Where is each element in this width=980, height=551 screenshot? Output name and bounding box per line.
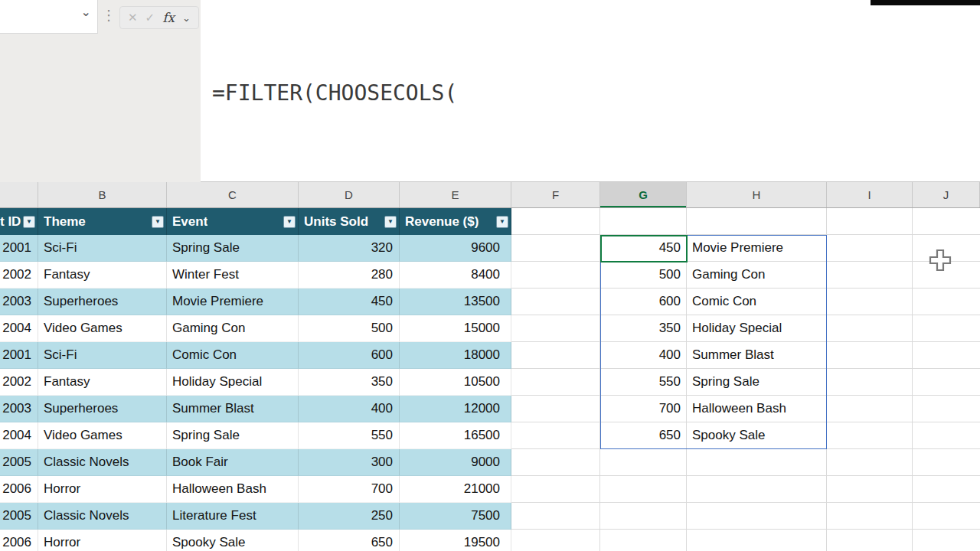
column-header-a[interactable] bbox=[0, 182, 38, 207]
cell[interactable]: Halloween Bash bbox=[687, 396, 827, 422]
cell[interactable]: Sci-Fi bbox=[38, 235, 167, 262]
cell[interactable]: Spooky Sale bbox=[687, 422, 827, 449]
cell[interactable]: Sci-Fi bbox=[38, 342, 167, 369]
cell[interactable]: 2003 bbox=[0, 289, 38, 315]
table-header-units-sold[interactable]: Units Sold ▼ bbox=[299, 208, 400, 235]
cell[interactable]: 19500 bbox=[400, 530, 511, 551]
column-header-b[interactable]: B bbox=[38, 182, 167, 207]
table-header-theme[interactable]: Theme ▼ bbox=[38, 208, 167, 235]
column-header-d[interactable]: D bbox=[299, 182, 400, 207]
column-header-e[interactable]: E bbox=[400, 182, 511, 207]
filter-button-icon[interactable]: ▼ bbox=[23, 216, 35, 228]
cell[interactable]: Gaming Con bbox=[167, 315, 299, 342]
cell[interactable]: 280 bbox=[299, 262, 400, 289]
cell[interactable]: 500 bbox=[299, 315, 400, 342]
cell[interactable]: Summer Blast bbox=[687, 342, 827, 369]
cell[interactable]: 13500 bbox=[400, 289, 511, 315]
name-box[interactable]: ⌄ bbox=[0, 0, 98, 34]
cell[interactable]: Classic Novels bbox=[38, 449, 167, 476]
cell[interactable]: 8400 bbox=[400, 262, 511, 289]
column-header-j[interactable]: J bbox=[913, 182, 980, 207]
cell[interactable]: 650 bbox=[600, 422, 687, 449]
cell[interactable]: Classic Novels bbox=[38, 503, 167, 530]
cell[interactable]: 2001 bbox=[0, 235, 38, 262]
cell[interactable]: Holiday Special bbox=[687, 315, 827, 342]
insert-function-icon[interactable]: fx bbox=[162, 10, 175, 25]
column-header-i[interactable]: I bbox=[827, 182, 913, 207]
cell[interactable]: 16500 bbox=[400, 422, 511, 449]
cell[interactable]: 7500 bbox=[400, 503, 511, 530]
cell[interactable]: 2006 bbox=[0, 530, 38, 551]
enter-icon[interactable]: ✓ bbox=[145, 11, 155, 24]
cell[interactable]: 650 bbox=[299, 530, 400, 551]
cell[interactable]: 700 bbox=[600, 396, 687, 422]
cell[interactable]: 18000 bbox=[400, 342, 511, 369]
cell[interactable]: 12000 bbox=[400, 396, 511, 422]
cell[interactable]: 21000 bbox=[400, 476, 511, 503]
cell[interactable]: Spring Sale bbox=[167, 422, 299, 449]
cell[interactable]: Video Games bbox=[38, 422, 167, 449]
formula-bar-drag-handle-icon[interactable]: ⋮ bbox=[102, 8, 116, 22]
cell[interactable]: Comic Con bbox=[687, 289, 827, 315]
cell[interactable]: Superheroes bbox=[38, 289, 167, 315]
cell[interactable]: 250 bbox=[299, 503, 400, 530]
cell[interactable]: 600 bbox=[600, 289, 687, 315]
cell[interactable]: 450 bbox=[600, 235, 687, 262]
table-header-revenue[interactable]: Revenue ($) ▼ bbox=[400, 208, 511, 235]
table-header-event[interactable]: Event ▼ bbox=[167, 208, 299, 235]
cell[interactable]: 2001 bbox=[0, 342, 38, 369]
filter-button-icon[interactable]: ▼ bbox=[152, 216, 164, 228]
filter-button-icon[interactable]: ▼ bbox=[496, 216, 508, 228]
cell[interactable]: 300 bbox=[299, 449, 400, 476]
table-header-event-id[interactable]: t ID ▼ bbox=[0, 208, 38, 235]
cell[interactable]: Spring Sale bbox=[687, 369, 827, 396]
cell[interactable]: 550 bbox=[600, 369, 687, 396]
cell[interactable]: 9600 bbox=[400, 235, 511, 262]
cell[interactable]: Comic Con bbox=[167, 342, 299, 369]
cell[interactable]: Movie Premiere bbox=[687, 235, 827, 262]
cell[interactable]: Spooky Sale bbox=[167, 530, 299, 551]
filter-button-icon[interactable]: ▼ bbox=[384, 216, 397, 228]
cell[interactable]: Winter Fest bbox=[167, 262, 299, 289]
column-header-g[interactable]: G bbox=[600, 182, 687, 207]
cell[interactable]: 350 bbox=[600, 315, 687, 342]
cell[interactable]: 320 bbox=[299, 235, 400, 262]
cell[interactable]: 400 bbox=[299, 396, 400, 422]
cell[interactable]: 700 bbox=[299, 476, 400, 503]
formula-bar-options-chevron-icon[interactable]: ⌄ bbox=[182, 12, 191, 24]
cell[interactable]: 450 bbox=[299, 289, 400, 315]
cell[interactable]: 400 bbox=[600, 342, 687, 369]
column-header-h[interactable]: H bbox=[687, 182, 827, 207]
column-header-c[interactable]: C bbox=[167, 182, 299, 207]
cell[interactable]: 2006 bbox=[0, 476, 38, 503]
cell[interactable]: 10500 bbox=[400, 369, 511, 396]
cell[interactable]: Book Fair bbox=[167, 449, 299, 476]
cell[interactable]: 600 bbox=[299, 342, 400, 369]
cell[interactable]: 2005 bbox=[0, 449, 38, 476]
cell[interactable]: Halloween Bash bbox=[167, 476, 299, 503]
cell[interactable]: Spring Sale bbox=[167, 235, 299, 262]
cell[interactable]: Video Games bbox=[38, 315, 167, 342]
cell[interactable]: 2003 bbox=[0, 396, 38, 422]
cell[interactable]: Fantasy bbox=[38, 369, 167, 396]
cell[interactable]: 550 bbox=[299, 422, 400, 449]
cell[interactable]: Horror bbox=[38, 530, 167, 551]
cell[interactable]: Summer Blast bbox=[167, 396, 299, 422]
filter-button-icon[interactable]: ▼ bbox=[283, 216, 296, 228]
cell[interactable]: 2002 bbox=[0, 262, 38, 289]
cell[interactable]: Superheroes bbox=[38, 396, 167, 422]
cell[interactable]: 500 bbox=[600, 262, 687, 289]
formula-input[interactable]: =FILTER(CHOOSECOLS( sales, MATCH("Units … bbox=[201, 0, 980, 181]
cell[interactable]: 2002 bbox=[0, 369, 38, 396]
cell[interactable]: 15000 bbox=[400, 315, 511, 342]
cell[interactable]: 9000 bbox=[400, 449, 511, 476]
cell[interactable]: 2005 bbox=[0, 503, 38, 530]
column-header-f[interactable]: F bbox=[511, 182, 600, 207]
cell[interactable]: 350 bbox=[299, 369, 400, 396]
cell[interactable]: Fantasy bbox=[38, 262, 167, 289]
cancel-icon[interactable]: ✕ bbox=[128, 11, 138, 24]
cell[interactable]: Horror bbox=[38, 476, 167, 503]
name-box-chevron-icon[interactable]: ⌄ bbox=[81, 6, 91, 18]
cell[interactable]: Gaming Con bbox=[687, 262, 827, 289]
cell[interactable]: 2004 bbox=[0, 315, 38, 342]
